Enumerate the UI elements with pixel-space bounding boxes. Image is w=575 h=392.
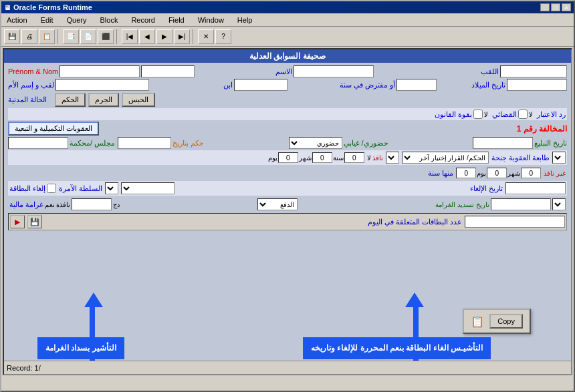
main-form: صحيفة السوابق العدلية Prénom & Nom الاسم…	[3, 48, 572, 375]
shahr-field[interactable]	[312, 152, 332, 163]
tb-prev[interactable]: ◀	[139, 29, 155, 44]
tarikh-tabligh-field[interactable]	[473, 137, 533, 149]
hukm-btn[interactable]: الحكم	[55, 93, 86, 107]
majlis-field[interactable]	[8, 137, 68, 149]
tb-btn6[interactable]: ⬛	[98, 29, 114, 44]
tb-btn4[interactable]: 📑	[63, 29, 79, 44]
sulta-select2[interactable]: ▼	[105, 182, 118, 194]
habs-btn[interactable]: الحبس	[122, 93, 155, 107]
dj-label: دج	[113, 201, 120, 208]
alkab-field[interactable]	[500, 65, 567, 77]
tb-last[interactable]: ▶|	[174, 29, 190, 44]
biquwat-check[interactable]	[473, 110, 483, 119]
qadai-check[interactable]	[518, 110, 528, 119]
hukm-qirar-select[interactable]: الحكم/ القرار إختيار آخر	[402, 152, 489, 164]
tb-help[interactable]: ?	[215, 29, 231, 44]
halah-madaniya-label: الحالة المدنية	[8, 95, 47, 104]
ilgha-check[interactable]	[47, 184, 56, 193]
hukm-date-field[interactable]	[118, 137, 171, 149]
sanah2-field[interactable]	[521, 168, 541, 178]
menu-query[interactable]: Query	[64, 15, 90, 25]
menu-help[interactable]: Help	[235, 15, 255, 25]
tarikh-tasdid-label: تاريخ تسديد الغرامة	[435, 201, 489, 208]
huduri-select[interactable]: حضوري	[289, 137, 342, 149]
nafidh-select[interactable]: ▼	[386, 152, 399, 164]
tarikh-ilgha-field[interactable]	[505, 182, 566, 194]
daf-select[interactable]: الدفع	[257, 198, 298, 210]
left-annotation-arrow	[84, 292, 103, 307]
huduri-row: تاريخ التبليغ حضوري/ غيابي حضوري حكم بتا…	[8, 137, 567, 149]
form-title: صحيفة السوابق العدلية	[249, 51, 326, 61]
copy-dialog: 📋 Copy	[463, 309, 531, 334]
nam-label: نعم	[45, 201, 55, 208]
minha-row: غير نافذ شهر يوم منها سنة	[8, 166, 567, 180]
uquba-row: ▼ طابعة العقوبة جنحة الحكم/ القرار إختيا…	[8, 150, 567, 165]
menu-window[interactable]: Window	[195, 15, 227, 25]
tarikh-milad-field[interactable]	[507, 79, 567, 91]
gharama-maliya-label: غرامة مالية	[9, 200, 43, 209]
sanah-field[interactable]	[344, 152, 364, 163]
mafrud-label: أو مفترض في سنة	[340, 81, 395, 89]
maximize-btn[interactable]: □	[551, 3, 560, 11]
ilgha-row: تاريخ الإلغاء ▼ السلطة الآمرة إلغاء البط…	[8, 181, 567, 196]
left-annotation-box: التأشير بسداد الغرامة	[37, 337, 124, 359]
parent-row: لقب و إسم الأم ابن أو مفترض في سنة تاريخ…	[8, 79, 567, 91]
mafrud-field[interactable]	[396, 79, 437, 91]
right-annotation-box: التأشيـس الغاء البطاقة بنعم المحررة للإل…	[303, 337, 491, 359]
shahr2-field[interactable]	[487, 168, 507, 178]
jurm-btn[interactable]: الجرم	[88, 93, 119, 107]
tb-save[interactable]: 💾	[4, 29, 20, 44]
alism-field[interactable]	[294, 65, 374, 77]
save-icon[interactable]: 💾	[27, 215, 42, 228]
tarikh-select[interactable]: ▼	[552, 198, 566, 210]
prenom-field[interactable]	[60, 65, 140, 77]
status-row: الحبس الجرم الحكم الحالة المدنية	[8, 93, 567, 107]
rad-row: رد الاعتبار لا القضائي لا بقوة القانون	[8, 108, 567, 120]
menu-edit[interactable]: Edit	[38, 15, 56, 25]
gharama-field[interactable]	[72, 198, 112, 210]
tb-print[interactable]: 🖨	[21, 29, 37, 44]
violation-row: المخالفة رقم 1 العقوبات التكميلية و التب…	[8, 122, 567, 136]
minimize-btn[interactable]: _	[540, 3, 550, 11]
menu-action[interactable]: Action	[4, 15, 30, 25]
ibn-field[interactable]	[234, 79, 288, 91]
nafidh1-label: نافذ	[372, 154, 383, 162]
tb-btn3[interactable]: 📋	[39, 29, 55, 44]
menu-record[interactable]: Record	[128, 15, 157, 25]
yum2-field[interactable]	[456, 168, 476, 178]
uqubat-btn[interactable]: العقوبات التكميلية و التبعية	[8, 122, 99, 136]
window-title: Oracle Forms Runtime	[13, 3, 92, 11]
ibn-label: ابن	[223, 81, 233, 89]
form-title-bar: صحيفة السوابق العدلية	[4, 49, 571, 63]
menu-field[interactable]: Field	[166, 15, 187, 25]
alkab-label: اللقب	[481, 67, 499, 76]
name-row: Prénom & Nom الاسم اللقب	[8, 65, 567, 77]
ghyr-nafidh-label: غير نافذ	[544, 170, 566, 177]
sulta-select[interactable]	[121, 182, 175, 194]
huduri-label: حضوري/ غيابي	[344, 139, 388, 148]
window-frame: 🖥 Oracle Forms Runtime _ □ × Action Edit…	[0, 0, 575, 392]
laqab-om-field[interactable]	[55, 79, 149, 91]
menu-block[interactable]: Block	[98, 15, 121, 25]
adad-field[interactable]	[465, 216, 565, 228]
tb-first[interactable]: |◀	[122, 29, 138, 44]
qadai-label: القضائي	[492, 110, 517, 119]
close-btn[interactable]: ×	[562, 3, 571, 11]
tarikh-tasdid-field[interactable]	[491, 198, 551, 210]
copy-button[interactable]: Copy	[489, 314, 523, 329]
tb-delete[interactable]: ✕	[198, 29, 214, 44]
tb-next[interactable]: ▶	[156, 29, 172, 44]
prenom-nom-label: Prénom & Nom	[8, 67, 58, 75]
yum-field[interactable]	[278, 152, 298, 163]
biquwat-label: بقوة القانون	[435, 110, 472, 119]
play-icon[interactable]: ▶	[10, 215, 25, 228]
adad-bitaqat-label: عدد البطاقات المتعلقة في اليوم	[368, 218, 462, 226]
form-status-bar: Record: 1/	[4, 361, 571, 374]
tarikh-tabligh-label: تاريخ التبليغ	[534, 139, 567, 148]
hukm-banarah-label: حكم بتاريخ	[172, 139, 204, 148]
title-bar: 🖥 Oracle Forms Runtime _ □ ×	[1, 1, 574, 13]
tb-btn5[interactable]: 📄	[80, 29, 96, 44]
app-icon: 🖥	[4, 4, 11, 11]
uquba-type[interactable]: ▼	[552, 152, 566, 164]
nom-field[interactable]	[141, 65, 195, 77]
